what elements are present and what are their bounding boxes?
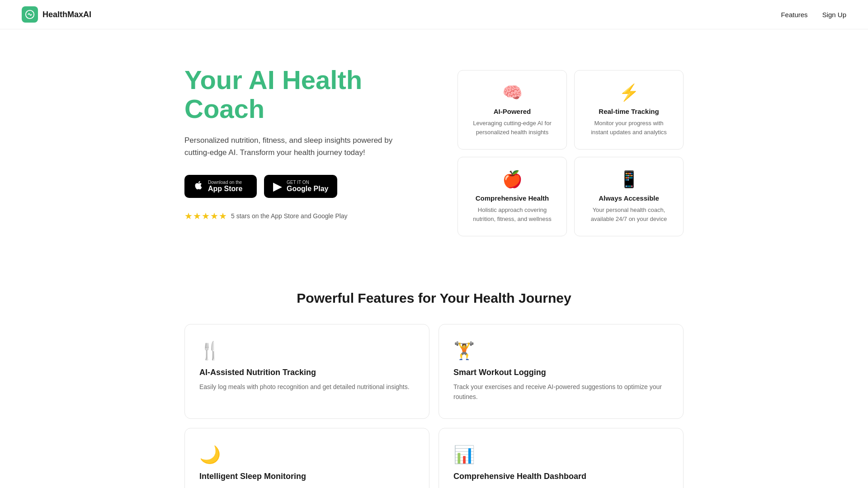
app-store-text: Download on the App Store bbox=[208, 180, 242, 193]
highlight-card-desc-1: Monitor your progress with instant updat… bbox=[585, 119, 672, 136]
feature-card-title-3: Comprehensive Health Dashboard bbox=[453, 472, 669, 481]
feature-card-title-1: Smart Workout Logging bbox=[453, 368, 669, 377]
logo: HealthMaxAI bbox=[22, 6, 91, 23]
highlight-cards-grid: 🧠 AI-Powered Leveraging cutting-edge AI … bbox=[458, 70, 684, 236]
feature-card-icon-3: 📊 bbox=[453, 445, 669, 465]
nav-signup-link[interactable]: Sign Up bbox=[822, 11, 846, 19]
highlight-card-icon-2: 🍎 bbox=[469, 170, 556, 189]
highlight-card-title-3: Always Accessible bbox=[585, 194, 672, 202]
stars-text: 5 stars on the App Store and Google Play bbox=[231, 212, 348, 220]
app-store-button[interactable]: Download on the App Store bbox=[184, 175, 257, 198]
nav-features-link[interactable]: Features bbox=[781, 11, 807, 19]
highlight-card-2: 🍎 Comprehensive Health Holistic approach… bbox=[458, 157, 567, 236]
logo-icon bbox=[22, 6, 38, 23]
feature-card-icon-0: 🍴 bbox=[199, 341, 415, 361]
app-store-big-label: App Store bbox=[208, 185, 242, 193]
star-icons: ★★★★★ bbox=[184, 211, 227, 221]
google-play-big-label: Google Play bbox=[287, 185, 328, 193]
hero-container: Your AI Health Coach Personalized nutrit… bbox=[163, 29, 705, 263]
google-play-text: GET IT ON Google Play bbox=[287, 180, 328, 193]
highlight-card-icon-3: 📱 bbox=[585, 170, 672, 189]
highlight-card-title-2: Comprehensive Health bbox=[469, 194, 556, 202]
feature-card-desc-1: Track your exercises and receive AI-powe… bbox=[453, 382, 669, 402]
highlight-card-desc-2: Holistic approach covering nutrition, fi… bbox=[469, 206, 556, 223]
hero-left: Your AI Health Coach Personalized nutrit… bbox=[184, 66, 420, 221]
nav-links: Features Sign Up bbox=[781, 11, 846, 19]
stars-row: ★★★★★ 5 stars on the App Store and Googl… bbox=[184, 211, 420, 221]
highlight-card-icon-0: 🧠 bbox=[469, 83, 556, 102]
feature-card-3: 📊 Comprehensive Health Dashboard View al… bbox=[439, 428, 684, 488]
features-title: Powerful Features for Your Health Journe… bbox=[184, 291, 684, 306]
hero-section: Your AI Health Coach Personalized nutrit… bbox=[0, 29, 868, 263]
highlight-card-desc-3: Your personal health coach, available 24… bbox=[585, 206, 672, 223]
highlight-card-icon-1: ⚡ bbox=[585, 83, 672, 102]
highlight-card-title-1: Real-time Tracking bbox=[585, 108, 672, 115]
features-container: Powerful Features for Your Health Journe… bbox=[163, 263, 705, 488]
feature-card-title-0: AI-Assisted Nutrition Tracking bbox=[199, 368, 415, 377]
features-section: Powerful Features for Your Health Journe… bbox=[0, 263, 868, 488]
feature-card-icon-1: 🏋️ bbox=[453, 341, 669, 361]
features-grid: 🍴 AI-Assisted Nutrition Tracking Easily … bbox=[184, 324, 684, 488]
logo-text: HealthMaxAI bbox=[42, 10, 91, 19]
feature-card-desc-2: Track and improve your sleep patterns wi… bbox=[199, 486, 415, 488]
hero-subtitle: Personalized nutrition, fitness, and sle… bbox=[184, 134, 401, 159]
google-play-button[interactable]: ▶ GET IT ON Google Play bbox=[264, 175, 337, 198]
feature-card-desc-3: View all your health metrics in one plac… bbox=[453, 486, 669, 488]
feature-card-1: 🏋️ Smart Workout Logging Track your exer… bbox=[439, 324, 684, 419]
feature-card-icon-2: 🌙 bbox=[199, 445, 415, 465]
navbar: HealthMaxAI Features Sign Up bbox=[0, 0, 868, 29]
app-store-small-label: Download on the bbox=[208, 180, 242, 185]
highlight-card-3: 📱 Always Accessible Your personal health… bbox=[574, 157, 684, 236]
highlight-card-desc-0: Leveraging cutting-edge AI for personali… bbox=[469, 119, 556, 136]
highlight-card-0: 🧠 AI-Powered Leveraging cutting-edge AI … bbox=[458, 70, 567, 150]
feature-card-0: 🍴 AI-Assisted Nutrition Tracking Easily … bbox=[184, 324, 429, 419]
feature-card-title-2: Intelligent Sleep Monitoring bbox=[199, 472, 415, 481]
store-buttons: Download on the App Store ▶ GET IT ON Go… bbox=[184, 175, 420, 198]
google-play-small-label: GET IT ON bbox=[287, 180, 328, 185]
highlight-card-1: ⚡ Real-time Tracking Monitor your progre… bbox=[574, 70, 684, 150]
hero-title: Your AI Health Coach bbox=[184, 66, 420, 123]
apple-icon bbox=[193, 179, 203, 193]
feature-card-desc-0: Easily log meals with photo recognition … bbox=[199, 382, 415, 392]
google-play-icon: ▶ bbox=[273, 179, 282, 193]
feature-card-2: 🌙 Intelligent Sleep Monitoring Track and… bbox=[184, 428, 429, 488]
highlight-card-title-0: AI-Powered bbox=[469, 108, 556, 115]
